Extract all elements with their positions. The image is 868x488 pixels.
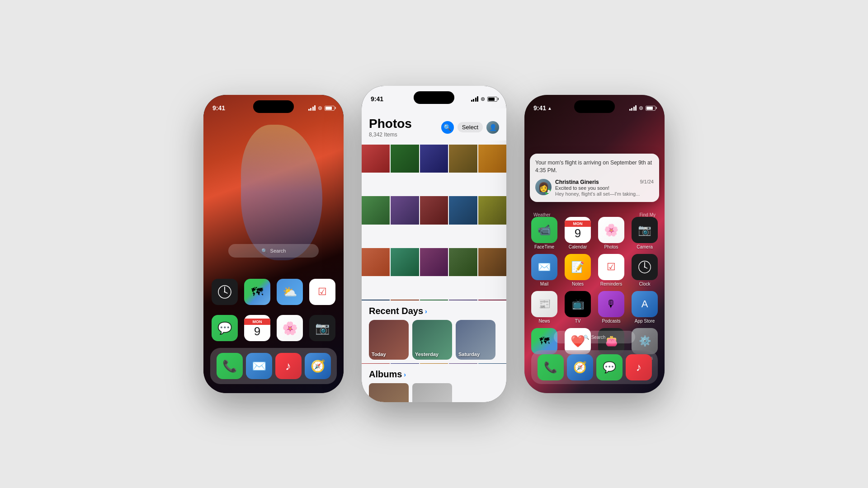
p3-app-mail[interactable]: ✉️ Mail xyxy=(530,254,559,286)
app-icon-clock[interactable] xyxy=(212,279,238,305)
p3-mail-icon: ✉️ xyxy=(538,261,551,273)
photos-search-button[interactable]: 🔍 xyxy=(441,121,454,134)
p3-photos-icon: 🌸 xyxy=(604,223,618,237)
dock-music[interactable]: ♪ xyxy=(275,353,302,379)
photo-thumb-7[interactable] xyxy=(391,196,419,224)
dock-safari-icon[interactable]: 🧭 xyxy=(305,353,331,379)
app-cell-reminders[interactable]: ☑ xyxy=(308,279,337,305)
p3-dock-safari[interactable]: 🧭 xyxy=(567,354,593,380)
album-item-1[interactable]: Family Weekend xyxy=(369,383,409,402)
p3-icon-notes[interactable]: 📝 xyxy=(565,254,591,280)
phone3-signal xyxy=(629,105,637,111)
recent-days-section: Recent Days › Today Yesterday Saturday xyxy=(362,300,506,363)
app-cell-calendar[interactable]: MON 9 xyxy=(243,315,272,341)
app-icon-photos[interactable]: 🌸 xyxy=(277,315,303,341)
photo-thumb-8[interactable] xyxy=(420,196,448,224)
photo-thumb-2[interactable] xyxy=(391,145,419,173)
phone3-time: 9:41 xyxy=(533,104,546,112)
p3-icon-tv[interactable]: 📺 xyxy=(565,291,591,317)
photo-thumb-5[interactable] xyxy=(478,145,506,173)
weather-emoji: ⛅ xyxy=(283,285,297,299)
p3-dock-music-icon[interactable]: ♪ xyxy=(626,354,652,380)
dock-music-icon[interactable]: ♪ xyxy=(275,353,302,379)
p3-app-appstore[interactable]: A App Store xyxy=(630,291,659,324)
p3-icon-photos[interactable]: 🌸 xyxy=(598,217,624,243)
albums-title[interactable]: Albums › xyxy=(369,369,499,380)
phone3-search-bar[interactable]: 🔍 Search xyxy=(554,331,635,343)
p3-app-news[interactable]: 📰 News xyxy=(530,291,559,324)
notification-sender-avatar: 💬 xyxy=(535,179,552,195)
day-thumb-saturday[interactable]: Saturday xyxy=(456,320,495,360)
photo-thumb-9[interactable] xyxy=(449,196,477,224)
day-thumb-yesterday[interactable]: Yesterday xyxy=(412,320,452,360)
photo-thumb-10[interactable] xyxy=(478,196,506,224)
p3-reminders-icon: ☑ xyxy=(607,261,616,273)
app-cell-weather[interactable]: ⛅ xyxy=(275,279,304,305)
p3-icon-camera[interactable]: 📷 xyxy=(632,217,658,243)
calendar-date-num: 9 xyxy=(254,325,260,338)
p3-icon-mail[interactable]: ✉️ xyxy=(531,254,557,280)
p3-icon-clock[interactable] xyxy=(632,254,658,280)
app-cell-clock[interactable] xyxy=(210,279,239,305)
p3-app-photos[interactable]: 🌸 Photos xyxy=(597,217,626,249)
p3-app-facetime[interactable]: 📹 FaceTime xyxy=(530,217,559,249)
p3-icon-facetime[interactable]: 📹 xyxy=(531,217,557,243)
recent-days-title[interactable]: Recent Days › xyxy=(369,306,499,316)
app-icon-messages[interactable]: 💬 xyxy=(212,315,238,341)
p3-icon-news[interactable]: 📰 xyxy=(531,291,557,317)
p3-icon-podcasts[interactable]: 🎙 xyxy=(598,291,624,317)
photo-thumb-12[interactable] xyxy=(391,248,419,276)
app-cell-maps[interactable]: 🗺 xyxy=(243,279,272,305)
photos-user-avatar[interactable]: 👤 xyxy=(486,121,499,134)
p3-app-calendar[interactable]: MON 9 Calendar xyxy=(563,217,592,249)
photo-thumb-13[interactable] xyxy=(420,248,448,276)
p3-icon-appstore[interactable]: A xyxy=(632,291,658,317)
photo-thumb-14[interactable] xyxy=(449,248,477,276)
p3-app-notes[interactable]: 📝 Notes xyxy=(563,254,592,286)
app-icon-camera[interactable]: 📷 xyxy=(309,315,335,341)
app-cell-camera[interactable]: 📷 xyxy=(308,315,337,341)
dock-safari[interactable]: 🧭 xyxy=(305,353,331,379)
photo-thumb-4[interactable] xyxy=(449,145,477,173)
p3-dock-phone[interactable]: 📞 xyxy=(538,354,564,380)
app-cell-messages[interactable]: 💬 xyxy=(210,315,239,341)
album-item-2[interactable]: B... xyxy=(412,383,452,402)
app-icon-calendar[interactable]: MON 9 xyxy=(244,315,270,341)
p3-dock-safari-icon[interactable]: 🧭 xyxy=(567,354,593,380)
p3-dock-messages-icon[interactable]: 💬 xyxy=(596,354,623,380)
calendar-day-label: MON xyxy=(244,319,270,325)
photo-thumb-3[interactable] xyxy=(420,145,448,173)
dock-mail[interactable]: ✉️ xyxy=(246,353,272,379)
photos-select-button[interactable]: Select xyxy=(458,122,483,132)
app-cell-photos[interactable]: 🌸 xyxy=(275,315,304,341)
p3-app-camera[interactable]: 📷 Camera xyxy=(630,217,659,249)
p3-app-podcasts[interactable]: 🎙 Podcasts xyxy=(597,291,626,324)
p3-app-reminders[interactable]: ☑ Reminders xyxy=(597,254,626,286)
photo-thumb-15[interactable] xyxy=(478,248,506,276)
p3-icon-reminders[interactable]: ☑ xyxy=(598,254,624,280)
p3-icon-calendar[interactable]: MON 9 xyxy=(565,217,591,243)
phone3-battery-fill xyxy=(646,107,653,110)
p3-label-facetime: FaceTime xyxy=(534,244,554,249)
dock-phone[interactable]: 📞 xyxy=(217,353,243,379)
photo-thumb-6[interactable] xyxy=(362,196,390,224)
app-icon-reminders[interactable]: ☑ xyxy=(309,279,335,305)
dock-phone-icon[interactable]: 📞 xyxy=(217,353,243,379)
p3-messages-dock-icon: 💬 xyxy=(603,361,616,374)
photo-thumb-11[interactable] xyxy=(362,248,390,276)
p3-dock-phone-icon[interactable]: 📞 xyxy=(538,354,564,380)
p3-app-tv[interactable]: 📺 TV xyxy=(563,291,592,324)
phone1-search-bar[interactable]: 🔍 Search xyxy=(228,244,319,258)
p3-dock-music[interactable]: ♪ xyxy=(626,354,652,380)
phone3-status-icons: ⊛ xyxy=(629,105,656,111)
day-thumb-today[interactable]: Today xyxy=(369,320,409,360)
notification-card[interactable]: Your mom's flight is arriving on Septemb… xyxy=(530,154,659,202)
p3-dock-messages[interactable]: 💬 xyxy=(596,354,623,380)
app-icon-maps[interactable]: 🗺 xyxy=(244,279,270,305)
app-icon-weather[interactable]: ⛅ xyxy=(277,279,303,305)
p3-app-clock[interactable]: Clock xyxy=(630,254,659,286)
dock-mail-icon[interactable]: ✉️ xyxy=(246,353,272,379)
album-thumb-2[interactable] xyxy=(412,383,452,402)
album-thumb-1[interactable] xyxy=(369,383,409,402)
photo-thumb-1[interactable] xyxy=(362,145,390,173)
